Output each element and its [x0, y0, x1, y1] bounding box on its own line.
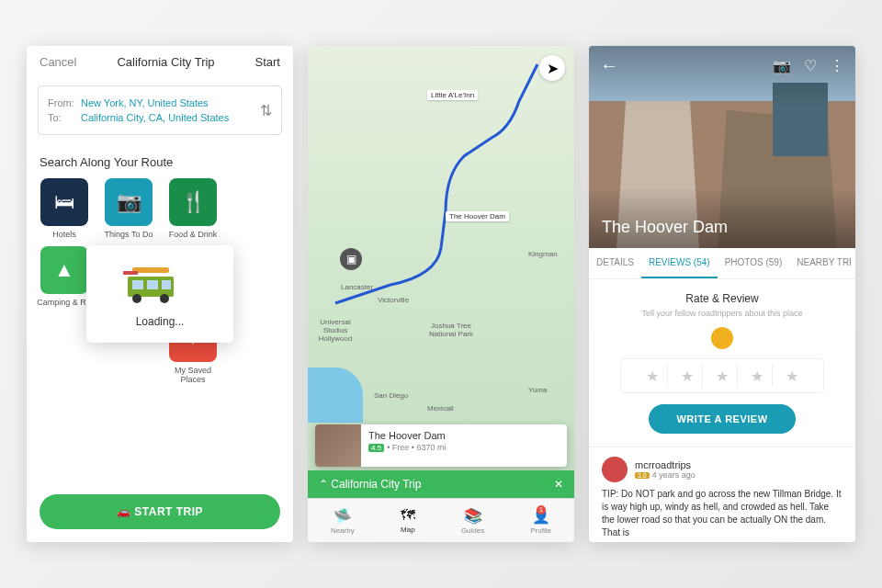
review-meta: 3.04 years ago	[635, 470, 695, 480]
svg-rect-3	[162, 280, 171, 289]
rate-review-section: Rate & Review Tell your fellow roadtripp…	[589, 279, 855, 447]
utensils-icon: 🍴	[169, 178, 217, 226]
swap-icon[interactable]: ⇅	[260, 102, 272, 119]
write-review-button[interactable]: WRITE A REVIEW	[649, 404, 795, 434]
map-canvas[interactable]: ➤ Little A'Le'Inn The Hoover Dam ▣ Lanca…	[308, 46, 574, 542]
section-label: Search Along Your Route	[27, 142, 293, 178]
camera-icon: 📷	[105, 178, 153, 226]
screen-trip-planner: Cancel California City Trip Start From: …	[27, 46, 293, 542]
from-value: New York, NY, United States	[81, 97, 209, 108]
svg-point-5	[160, 294, 169, 303]
from-row[interactable]: From: New York, NY, United States	[48, 97, 272, 108]
hero-icons: ← 📷 ♡ ⋮	[600, 55, 844, 76]
bottom-nav: 🛸Nearby 🗺Map 📚Guides 👤1Profile	[308, 498, 574, 542]
svg-point-4	[132, 294, 141, 303]
place-thumbnail	[315, 424, 361, 467]
category-food-drink[interactable]: 🍴Food & Drink	[164, 178, 221, 239]
city-yuma: Yuma	[528, 386, 547, 394]
city-mexicali: Mexicali	[427, 404, 454, 413]
place-title: The Hoover Dam	[368, 430, 560, 441]
screen-map: ➤ Little A'Le'Inn The Hoover Dam ▣ Lanca…	[308, 46, 574, 542]
city-lancaster: Lancaster	[341, 283, 373, 291]
screen-place-detail: ← 📷 ♡ ⋮ The Hoover Dam DETAILS REVIEWS (…	[589, 46, 855, 542]
nav-nearby[interactable]: 🛸Nearby	[331, 507, 355, 535]
to-row[interactable]: To: California City, CA, United States	[48, 112, 272, 123]
place-universal: Universal Studios Hollywood	[308, 318, 363, 343]
review-text: TIP: Do NOT park and go across the new T…	[602, 488, 842, 539]
park-joshua: Joshua Tree National Park	[424, 322, 479, 338]
star-5[interactable]: ★	[776, 365, 808, 387]
trip-title: California City Trip	[117, 55, 214, 69]
to-value: California City, CA, United States	[81, 112, 229, 123]
ufo-icon: 🛸	[334, 507, 352, 525]
category-things-to-do[interactable]: 📷Things To Do	[100, 178, 157, 239]
city-victorville: Victorville	[378, 296, 409, 304]
nav-map[interactable]: 🗺Map	[401, 507, 415, 534]
nav-profile[interactable]: 👤1Profile	[530, 507, 551, 535]
star-3[interactable]: ★	[707, 365, 738, 387]
user-avatar[interactable]	[602, 457, 628, 482]
book-icon: 📚	[464, 507, 482, 525]
route-box: From: New York, NY, United States To: Ca…	[38, 85, 282, 135]
map-icon: 🗺	[401, 507, 415, 524]
rate-label: Rate & Review	[602, 292, 842, 305]
notification-badge: 1	[537, 505, 546, 514]
review-username[interactable]: mcrroadtrips	[635, 459, 695, 470]
city-kingman: Kingman	[528, 250, 558, 258]
camera-icon[interactable]: 📷	[773, 57, 791, 74]
category-hotels[interactable]: 🛏Hotels	[36, 178, 93, 239]
svg-rect-2	[147, 280, 158, 289]
category-camping[interactable]: ▲Camping & RV	[36, 246, 93, 307]
coin-icon	[711, 327, 733, 349]
svg-rect-1	[132, 280, 143, 289]
to-label: To:	[48, 112, 81, 123]
map-label-hoover[interactable]: The Hoover Dam	[446, 211, 509, 221]
city-sandiego: San Diego	[374, 391, 408, 400]
from-label: From:	[48, 97, 81, 108]
tab-photos[interactable]: PHOTOS (59)	[718, 248, 790, 278]
back-icon[interactable]: ←	[600, 55, 618, 76]
van-illustration	[114, 260, 206, 306]
tent-icon: ▲	[40, 246, 88, 294]
photo-marker[interactable]: ▣	[340, 248, 362, 270]
loading-overlay: Loading...	[86, 245, 233, 343]
start-trip-button[interactable]: 🚗 START TRIP	[40, 494, 280, 529]
star-4[interactable]: ★	[741, 365, 773, 387]
trip-bar[interactable]: ⌃ California City Trip ✕	[308, 470, 574, 498]
tab-nearby[interactable]: NEARBY TRI	[789, 248, 855, 278]
place-meta: 4.5• Free • 6370 mi	[368, 443, 560, 452]
heart-icon[interactable]: ♡	[804, 57, 817, 74]
loading-text: Loading...	[105, 315, 215, 328]
bed-icon: 🛏	[40, 178, 88, 226]
review-item: mcrroadtrips 3.04 years ago TIP: Do NOT …	[589, 447, 855, 542]
tab-details[interactable]: DETAILS	[589, 248, 641, 278]
hero-image: ← 📷 ♡ ⋮ The Hoover Dam	[589, 46, 855, 248]
close-icon[interactable]: ✕	[554, 478, 563, 491]
tab-reviews[interactable]: REVIEWS (54)	[641, 248, 718, 278]
chevron-up-icon: ⌃	[319, 478, 328, 491]
star-rating[interactable]: ★ ★ ★ ★ ★	[620, 358, 824, 393]
star-1[interactable]: ★	[637, 365, 668, 387]
start-button[interactable]: Start	[255, 55, 280, 69]
rate-sublabel: Tell your fellow roadtrippers about this…	[602, 309, 842, 318]
svg-rect-7	[123, 271, 138, 275]
place-title: The Hoover Dam	[602, 218, 728, 237]
tab-bar: DETAILS REVIEWS (54) PHOTOS (59) NEARBY …	[589, 248, 855, 279]
more-icon[interactable]: ⋮	[830, 57, 844, 74]
nav-guides[interactable]: 📚Guides	[461, 507, 484, 535]
header: Cancel California City Trip Start	[27, 46, 293, 78]
cancel-button[interactable]: Cancel	[40, 55, 76, 69]
place-info-card[interactable]: The Hoover Dam 4.5• Free • 6370 mi	[315, 424, 567, 467]
star-2[interactable]: ★	[672, 365, 703, 387]
map-label-alien[interactable]: Little A'Le'Inn	[427, 90, 478, 100]
